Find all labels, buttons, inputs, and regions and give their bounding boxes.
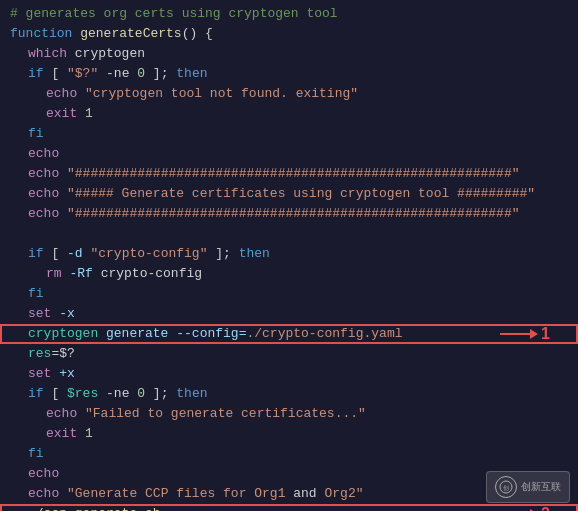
code-line-7: fi [0,124,578,144]
watermark: 创 创新互联 [486,471,570,503]
code-line-3: which cryptogen [0,44,578,64]
code-line-2: function generateCerts() { [0,24,578,44]
code-line-14: rm -Rf crypto-config [0,264,578,284]
code-line-20: if [ $res -ne 0 ]; then [0,384,578,404]
code-line-13: if [ -d "crypto-config" ]; then [0,244,578,264]
code-line-18: res=$? [0,344,578,364]
watermark-logo-icon: 创 [499,480,513,494]
watermark-text: 创新互联 [521,480,561,494]
code-line-5: echo "cryptogen tool not found. exiting" [0,84,578,104]
code-line-4: if [ "$?" -ne 0 ]; then [0,64,578,84]
code-line-16: set -x [0,304,578,324]
comment-text: # generates org certs using cryptogen to… [10,4,338,24]
code-line-12 [0,224,578,244]
code-line-19: set +x [0,364,578,384]
code-line-11: echo "##################################… [0,204,578,224]
code-line-23: fi [0,444,578,464]
code-line-6: exit 1 [0,104,578,124]
code-line-17: cryptogen generate --config=./crypto-con… [0,324,578,344]
code-line-17-wrapper: cryptogen generate --config=./crypto-con… [0,324,578,344]
code-line-26-wrapper: ./ccp-generate.sh 2 [0,504,578,511]
code-line-1: # generates org certs using cryptogen to… [0,4,578,24]
code-editor: # generates org certs using cryptogen to… [0,0,578,511]
code-line-22: exit 1 [0,424,578,444]
code-line-15: fi [0,284,578,304]
code-line-21: echo "Failed to generate certificates...… [0,404,578,424]
svg-text:创: 创 [503,485,509,491]
code-line-26: ./ccp-generate.sh [0,504,578,511]
code-line-8: echo [0,144,578,164]
code-line-9: echo "##################################… [0,164,578,184]
code-line-10: echo "##### Generate certificates using … [0,184,578,204]
watermark-circle: 创 [495,476,517,498]
